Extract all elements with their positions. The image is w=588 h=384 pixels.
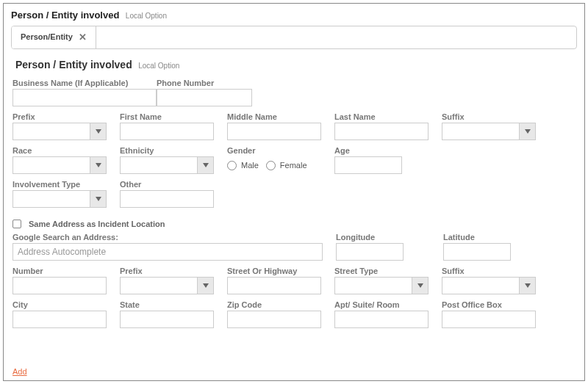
- form-area: Business Name (If Applicable) Phone Numb…: [11, 74, 577, 328]
- label-city: City: [12, 300, 107, 309]
- addr-suffix-select[interactable]: [442, 277, 536, 294]
- label-longitude: Longitude: [336, 233, 430, 242]
- same-address-checkbox[interactable]: [12, 220, 21, 228]
- label-female: Female: [280, 161, 307, 170]
- prefix-select[interactable]: [12, 123, 107, 140]
- inner-title: Person / Entity involved: [15, 59, 132, 70]
- apt-input[interactable]: [334, 311, 429, 328]
- ethnicity-select[interactable]: [120, 156, 214, 174]
- street-or-highway-input[interactable]: [227, 277, 321, 294]
- label-involvement-type: Involvement Type: [12, 180, 107, 189]
- label-state: State: [120, 300, 214, 309]
- last-name-input[interactable]: [334, 123, 429, 140]
- label-male: Male: [241, 161, 259, 170]
- person-entity-panel: Person / Entity involved Local Option Pe…: [3, 3, 585, 381]
- label-google-search: Google Search an Address:: [12, 233, 323, 242]
- business-name-input[interactable]: [12, 89, 157, 106]
- label-last-name: Last Name: [334, 112, 429, 121]
- chevron-down-icon: [90, 191, 106, 207]
- section-header: Person / Entity involved Local Option: [11, 8, 577, 21]
- tab-bar: Person/Entity ✕: [11, 26, 577, 49]
- addr-prefix-select[interactable]: [120, 277, 214, 294]
- chevron-down-icon: [197, 278, 213, 294]
- label-other: Other: [120, 180, 214, 189]
- street-type-select[interactable]: [334, 277, 429, 294]
- race-select[interactable]: [12, 156, 107, 174]
- label-zip: Zip Code: [227, 300, 321, 309]
- gender-female-radio[interactable]: [266, 161, 276, 170]
- same-address-row: Same Address as Incident Location: [12, 220, 576, 228]
- involvement-type-select[interactable]: [12, 190, 107, 208]
- phone-input[interactable]: [157, 89, 252, 106]
- chevron-down-icon: [519, 123, 535, 140]
- label-prefix: Prefix: [12, 112, 107, 121]
- po-box-input[interactable]: [442, 311, 536, 328]
- label-suffix: Suffix: [442, 112, 536, 121]
- label-same-address: Same Address as Incident Location: [29, 220, 165, 228]
- label-addr-suffix: Suffix: [442, 267, 536, 275]
- label-race: Race: [12, 146, 107, 155]
- tab-person-entity[interactable]: Person/Entity ✕: [12, 26, 96, 48]
- age-input[interactable]: [334, 156, 402, 174]
- section-title: Person / Entity involved: [11, 10, 119, 21]
- latitude-input[interactable]: [443, 243, 511, 261]
- label-street-type: Street Type: [334, 267, 429, 275]
- label-first-name: First Name: [120, 112, 214, 121]
- chevron-down-icon: [197, 157, 213, 173]
- middle-name-input[interactable]: [227, 123, 321, 140]
- label-ethnicity: Ethnicity: [120, 146, 214, 155]
- zip-input[interactable]: [227, 311, 321, 328]
- gender-male-radio[interactable]: [227, 161, 237, 170]
- label-addr-prefix: Prefix: [120, 267, 214, 275]
- label-middle-name: Middle Name: [227, 112, 321, 121]
- label-number: Number: [12, 267, 107, 275]
- close-icon[interactable]: ✕: [79, 32, 87, 43]
- chevron-down-icon: [519, 278, 535, 294]
- address-autocomplete-input[interactable]: [12, 243, 323, 261]
- gender-radio-group: Male Female: [227, 156, 321, 174]
- chevron-down-icon: [90, 157, 106, 173]
- tab-label: Person/Entity: [21, 32, 73, 41]
- chevron-down-icon: [412, 278, 428, 294]
- inner-subtitle: Local Option: [138, 62, 179, 70]
- label-street-or-highway: Street Or Highway: [227, 267, 321, 275]
- longitude-input[interactable]: [336, 243, 404, 261]
- label-apt: Apt/ Suite/ Room: [334, 300, 429, 309]
- state-input[interactable]: [120, 311, 214, 328]
- other-input[interactable]: [120, 190, 214, 208]
- inner-header: Person / Entity involved Local Option: [15, 58, 577, 71]
- label-latitude: Latitude: [443, 233, 537, 242]
- label-business-name: Business Name (If Applicable): [12, 79, 157, 87]
- label-po-box: Post Office Box: [442, 300, 536, 309]
- label-gender: Gender: [227, 146, 321, 155]
- city-input[interactable]: [12, 311, 107, 328]
- suffix-select[interactable]: [442, 123, 536, 140]
- label-phone: Phone Number: [157, 79, 252, 87]
- add-link[interactable]: Add: [12, 367, 27, 376]
- label-age: Age: [334, 146, 402, 155]
- section-subtitle: Local Option: [126, 12, 167, 20]
- chevron-down-icon: [90, 123, 106, 140]
- number-input[interactable]: [12, 277, 107, 294]
- first-name-input[interactable]: [120, 123, 214, 140]
